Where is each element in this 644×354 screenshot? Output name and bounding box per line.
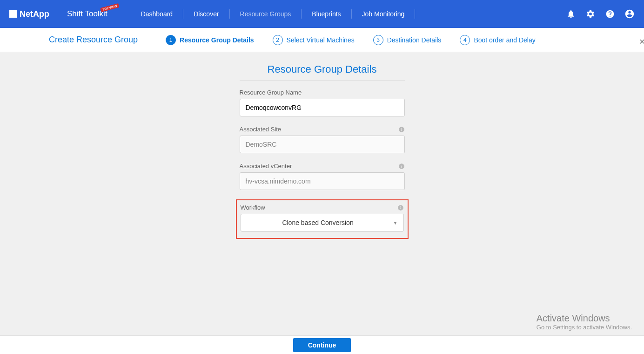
step-number: 2 bbox=[273, 35, 283, 45]
field-associated-vcenter: Associated vCenter bbox=[240, 163, 405, 190]
nav-job-monitoring[interactable]: Job Monitoring bbox=[352, 9, 416, 19]
rg-name-label: Resource Group Name bbox=[240, 89, 302, 96]
site-input bbox=[240, 136, 405, 153]
step-select-vms[interactable]: 2 Select Virtual Machines bbox=[273, 35, 355, 45]
rg-name-input[interactable] bbox=[240, 99, 405, 116]
vcenter-label: Associated vCenter bbox=[240, 163, 292, 170]
nav-resource-groups[interactable]: Resource Groups bbox=[230, 9, 302, 19]
field-associated-site: Associated Site bbox=[240, 126, 405, 153]
step-label: Boot order and Delay bbox=[474, 36, 535, 44]
top-navbar: NetApp Shift Toolkit PREVIEW Dashboard D… bbox=[0, 0, 644, 28]
nav-blueprints[interactable]: Blueprints bbox=[302, 9, 351, 19]
step-number: 3 bbox=[373, 35, 383, 45]
field-rg-name: Resource Group Name bbox=[240, 89, 405, 116]
wizard-header: Create Resource Group 1 Resource Group D… bbox=[0, 28, 644, 52]
nav-discover[interactable]: Discover bbox=[183, 9, 229, 19]
watermark-title: Activate Windows bbox=[537, 313, 632, 324]
resource-group-form: Resource Group Name Associated Site Asso… bbox=[240, 89, 405, 239]
netapp-icon bbox=[9, 10, 17, 18]
brand-logo: NetApp bbox=[9, 9, 49, 19]
info-icon[interactable] bbox=[398, 163, 405, 170]
workflow-value: Clone based Conversion bbox=[247, 219, 389, 226]
topbar-actions bbox=[566, 9, 635, 19]
page-title: Create Resource Group bbox=[49, 35, 138, 45]
user-icon[interactable] bbox=[624, 9, 635, 19]
info-icon[interactable] bbox=[398, 126, 405, 133]
continue-button[interactable]: Continue bbox=[293, 338, 351, 352]
field-workflow: Workflow Clone based Conversion ▼ bbox=[241, 204, 404, 231]
workflow-label: Workflow bbox=[241, 204, 265, 211]
main-content: Resource Group Details Resource Group Na… bbox=[0, 52, 644, 335]
step-label: Resource Group Details bbox=[180, 36, 254, 44]
bell-icon[interactable] bbox=[566, 9, 576, 19]
close-icon[interactable]: × bbox=[639, 36, 644, 44]
windows-watermark: Activate Windows Go to Settings to activ… bbox=[537, 313, 632, 331]
watermark-sub: Go to Settings to activate Windows. bbox=[537, 324, 632, 331]
step-resource-group-details[interactable]: 1 Resource Group Details bbox=[166, 35, 254, 45]
footer-bar: Continue bbox=[0, 335, 644, 354]
gear-icon[interactable] bbox=[585, 9, 596, 19]
form-title: Resource Group Details bbox=[268, 63, 377, 75]
info-icon[interactable] bbox=[397, 204, 404, 211]
brand-text: NetApp bbox=[20, 9, 49, 19]
step-label: Select Virtual Machines bbox=[287, 36, 355, 44]
vcenter-input bbox=[240, 172, 405, 190]
chevron-down-icon: ▼ bbox=[393, 220, 398, 225]
divider bbox=[240, 80, 405, 81]
nav-dashboard[interactable]: Dashboard bbox=[131, 9, 184, 19]
help-icon[interactable] bbox=[605, 9, 615, 19]
wizard-steps: 1 Resource Group Details 2 Select Virtua… bbox=[166, 35, 536, 45]
step-number: 1 bbox=[166, 35, 176, 45]
site-label: Associated Site bbox=[240, 126, 282, 133]
step-boot-order[interactable]: 4 Boot order and Delay bbox=[460, 35, 535, 45]
workflow-highlight: Workflow Clone based Conversion ▼ bbox=[236, 199, 409, 239]
step-number: 4 bbox=[460, 35, 470, 45]
preview-badge: PREVIEW bbox=[101, 3, 120, 12]
step-destination-details[interactable]: 3 Destination Details bbox=[373, 35, 442, 45]
product-name: Shift Toolkit PREVIEW bbox=[67, 9, 107, 19]
step-label: Destination Details bbox=[387, 36, 442, 44]
workflow-select[interactable]: Clone based Conversion ▼ bbox=[241, 214, 404, 231]
main-nav: Dashboard Discover Resource Groups Bluep… bbox=[131, 9, 416, 19]
